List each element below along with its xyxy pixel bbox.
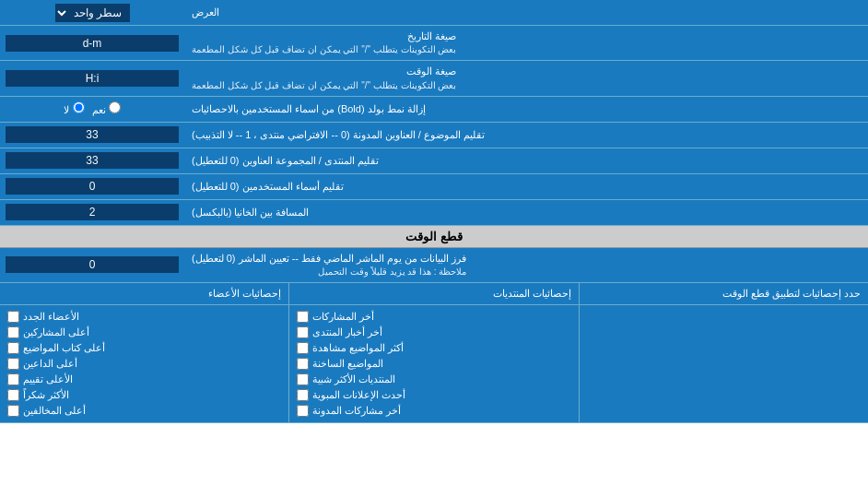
- sort-forum-label: تقليم المنتدى / المجموعة العناوين (0 للت…: [184, 148, 868, 173]
- display-select[interactable]: سطر واحد: [55, 4, 130, 22]
- stat-members-2: أعلى المشاركين: [7, 325, 281, 340]
- stat-members-2-checkbox[interactable]: [7, 326, 19, 338]
- stat-posts-1-checkbox[interactable]: [297, 311, 309, 323]
- display-label: العرض: [184, 0, 868, 25]
- stat-posts-4-checkbox[interactable]: [297, 358, 309, 370]
- time-format-label: صيغة الوقت بعض التكوينات يتطلب "/" التي …: [184, 61, 868, 95]
- stat-posts-7: أخر مشاركات المدونة: [297, 403, 570, 419]
- stat-posts-3-checkbox[interactable]: [297, 342, 309, 354]
- sort-forum-input[interactable]: [6, 152, 179, 169]
- display-select-container: سطر واحد: [0, 0, 184, 25]
- stat-members-3-checkbox[interactable]: [7, 342, 19, 354]
- stat-members-5-checkbox[interactable]: [7, 373, 19, 385]
- stat-posts-6: أحدث الإعلانات المبوية: [297, 387, 570, 403]
- bold-label: إزالة نمط بولد (Bold) من اسماء المستخدمي…: [184, 97, 868, 122]
- stat-posts-6-checkbox[interactable]: [297, 389, 309, 401]
- time-format-value: [0, 61, 184, 95]
- stat-posts-1: أخر المشاركات: [297, 309, 570, 325]
- stat-posts-7-checkbox[interactable]: [297, 405, 309, 417]
- display-row: العرض سطر واحد: [0, 0, 868, 26]
- bold-yes-label: نعم: [92, 101, 121, 116]
- stat-posts-2: أخر أخبار المنتدى: [297, 325, 570, 340]
- stat-members-4: أعلى الداعين: [7, 356, 281, 372]
- stat-members-1: الأعضاء الجدد: [7, 309, 281, 325]
- sort-topics-input[interactable]: [6, 126, 179, 143]
- stats-members-col: الأعضاء الجدد أعلى المشاركين أعلى كتاب ا…: [0, 305, 288, 422]
- cutoff-value: [0, 248, 184, 282]
- cutoff-header: قطع الوقت: [0, 226, 868, 248]
- stats-right-col: [579, 305, 868, 422]
- stat-posts-4: المواضيع الساخنة: [297, 356, 570, 372]
- stats-body: أخر المشاركات أخر أخبار المنتدى أكثر الم…: [0, 305, 868, 422]
- stat-posts-3: أكثر المواضيع مشاهدة: [297, 340, 570, 356]
- bold-yes-radio[interactable]: [109, 101, 121, 113]
- stats-section: حدد إحصائيات لتطبيق قطع الوقت إحصائيات ا…: [0, 283, 868, 423]
- sort-forum-row: تقليم المنتدى / المجموعة العناوين (0 للت…: [0, 148, 868, 174]
- date-format-input[interactable]: [6, 35, 179, 52]
- sort-topics-row: تقليم الموضوع / العناوين المدونة (0 -- ا…: [0, 123, 868, 148]
- trim-usernames-value: [0, 174, 184, 199]
- trim-usernames-label: تقليم أسماء المستخدمين (0 للتعطيل): [184, 174, 868, 199]
- stats-members-header: إحصائيات الأعضاء: [0, 283, 288, 304]
- time-format-input[interactable]: [6, 70, 179, 87]
- space-columns-value: [0, 200, 184, 225]
- stat-posts-2-checkbox[interactable]: [297, 326, 309, 338]
- stat-members-4-checkbox[interactable]: [7, 358, 19, 370]
- stats-posts-col: أخر المشاركات أخر أخبار المنتدى أكثر الم…: [288, 305, 578, 422]
- stat-members-7-checkbox[interactable]: [7, 405, 19, 417]
- space-columns-input[interactable]: [6, 204, 179, 220]
- stat-members-5: الأعلى تقييم: [7, 372, 281, 387]
- stat-members-6-checkbox[interactable]: [7, 389, 19, 401]
- cutoff-label: فرز البيانات من يوم الماشر الماضي فقط --…: [184, 248, 868, 282]
- space-columns-label: المسافة بين الخانيا (بالبكسل): [184, 200, 868, 225]
- stats-right-header: حدد إحصائيات لتطبيق قطع الوقت: [579, 283, 868, 304]
- date-format-label: صيغة التاريخ بعض التكوينات يتطلب "/" الت…: [184, 26, 868, 60]
- bold-radio-options: نعم لا: [0, 97, 184, 122]
- bold-no-radio[interactable]: [73, 101, 85, 113]
- sort-forum-value: [0, 148, 184, 173]
- stat-members-3: أعلى كتاب المواضيع: [7, 340, 281, 356]
- date-format-value: [0, 26, 184, 60]
- sort-topics-label: تقليم الموضوع / العناوين المدونة (0 -- ا…: [184, 123, 868, 148]
- cutoff-row: فرز البيانات من يوم الماشر الماضي فقط --…: [0, 248, 868, 283]
- cutoff-input[interactable]: [6, 256, 179, 273]
- stat-posts-5: المنتديات الأكثر شبية: [297, 372, 570, 387]
- trim-usernames-input[interactable]: [6, 178, 179, 195]
- bold-radio-row: إزالة نمط بولد (Bold) من اسماء المستخدمي…: [0, 97, 868, 123]
- space-columns-row: المسافة بين الخانيا (بالبكسل): [0, 200, 868, 226]
- time-format-row: صيغة الوقت بعض التكوينات يتطلب "/" التي …: [0, 61, 868, 96]
- stat-posts-5-checkbox[interactable]: [297, 373, 309, 385]
- stat-members-6: الأكثر شكراً: [7, 387, 281, 403]
- stat-members-1-checkbox[interactable]: [7, 311, 19, 323]
- date-format-row: صيغة التاريخ بعض التكوينات يتطلب "/" الت…: [0, 26, 868, 61]
- stat-members-7: أعلى المخالفين: [7, 403, 281, 419]
- stats-posts-header: إحصائيات المنتديات: [288, 283, 578, 304]
- sort-topics-value: [0, 123, 184, 148]
- stats-header-row: حدد إحصائيات لتطبيق قطع الوقت إحصائيات ا…: [0, 283, 868, 305]
- trim-usernames-row: تقليم أسماء المستخدمين (0 للتعطيل): [0, 174, 868, 200]
- bold-no-label: لا: [64, 101, 84, 116]
